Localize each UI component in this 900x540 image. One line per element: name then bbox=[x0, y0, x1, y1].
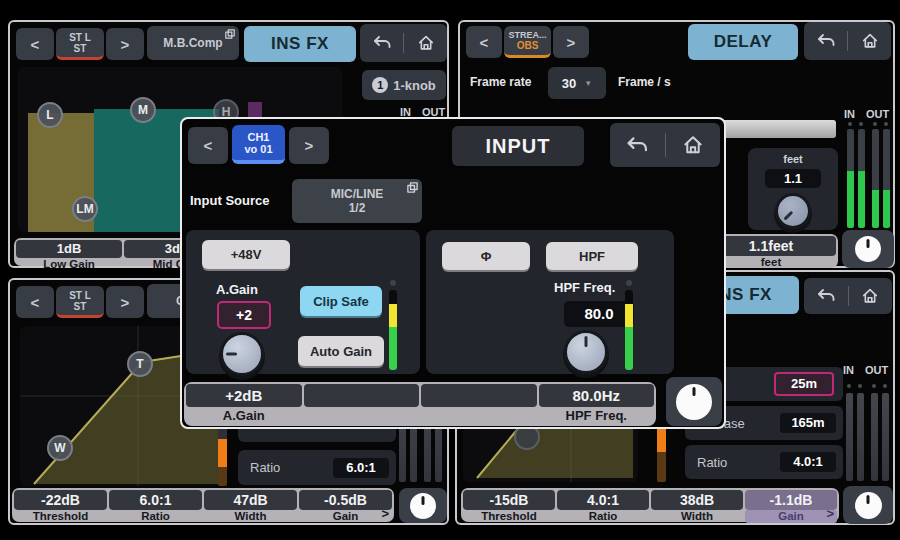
hpf-freq-knob[interactable] bbox=[564, 330, 608, 374]
param-row-ratio[interactable]: Ratio 4.0:1 bbox=[685, 445, 843, 479]
footer-label: Threshold bbox=[463, 510, 555, 523]
touch-knob-box[interactable] bbox=[666, 377, 722, 426]
channel-name-2: OBS bbox=[517, 40, 539, 51]
footer-cell-threshold[interactable]: -15dB Threshold bbox=[463, 490, 555, 520]
one-knob-badge: 1 bbox=[372, 77, 388, 93]
channel-name-2: ST bbox=[74, 301, 87, 312]
channel-name: ST L bbox=[69, 32, 91, 43]
row-value-selected: 25m bbox=[774, 372, 834, 396]
footer-cell-gain[interactable]: -0.5dB Gain > bbox=[299, 490, 392, 520]
undo-button[interactable] bbox=[610, 123, 665, 167]
in-meter bbox=[857, 393, 864, 481]
footer-value: 38dB bbox=[651, 490, 743, 510]
hpf-button[interactable]: HPF bbox=[546, 242, 638, 270]
channel-select-button[interactable]: ST L ST bbox=[56, 286, 104, 318]
one-knob-button[interactable]: 1 1-knob bbox=[362, 70, 446, 100]
page-title-delay: DELAY bbox=[688, 24, 798, 60]
prev-channel-button[interactable]: < bbox=[188, 127, 228, 164]
footer-cell-ratio[interactable]: 4.0:1 Ratio bbox=[557, 490, 649, 520]
width-handle[interactable]: W bbox=[47, 435, 73, 461]
phantom-48v-button[interactable]: +48V bbox=[202, 240, 290, 269]
home-icon bbox=[417, 34, 435, 52]
knob-icon bbox=[676, 384, 712, 420]
delay-knob[interactable] bbox=[775, 193, 811, 229]
input-dialog: < CH1 vo 01 > INPUT Input Source MIC/LIN… bbox=[180, 117, 726, 429]
undo-icon bbox=[816, 33, 836, 49]
param-value[interactable]: 1.1 bbox=[765, 169, 821, 188]
footer-label: Width bbox=[204, 510, 297, 523]
out-meter bbox=[871, 393, 878, 481]
footer-label: Ratio bbox=[557, 510, 649, 523]
undo-button[interactable] bbox=[804, 278, 848, 314]
footer-cell-lowgain[interactable]: 1dB Low Gain bbox=[16, 240, 122, 264]
footer-cell-again[interactable]: +2dB A.Gain bbox=[186, 384, 302, 424]
band-handle-low[interactable]: L bbox=[37, 102, 63, 128]
footer-cell-gain-selected[interactable]: -1.1dB Gain > bbox=[745, 490, 837, 520]
home-button[interactable] bbox=[849, 278, 893, 314]
home-icon bbox=[861, 287, 879, 305]
param-unit-label: feet bbox=[748, 153, 838, 165]
next-channel-button[interactable]: > bbox=[553, 26, 589, 58]
channel-select-button[interactable]: ST L ST bbox=[56, 28, 104, 60]
footer-cell-threshold[interactable]: -22dB Threshold bbox=[14, 490, 107, 520]
nav-group bbox=[804, 278, 892, 314]
again-value[interactable]: +2 bbox=[217, 301, 271, 329]
frame-rate-dropdown[interactable]: 30 ▼ bbox=[548, 67, 606, 99]
prev-channel-button[interactable]: < bbox=[466, 26, 502, 58]
band-handle-mid[interactable]: M bbox=[130, 97, 156, 123]
footer-label: Low Gain bbox=[16, 258, 122, 271]
next-channel-button[interactable]: > bbox=[106, 286, 144, 318]
io-label: IN OUT bbox=[844, 108, 889, 120]
nav-group bbox=[610, 123, 720, 167]
meter-dot bbox=[847, 384, 851, 388]
threshold-handle[interactable]: T bbox=[127, 351, 153, 377]
meter-dot bbox=[859, 122, 863, 126]
more-params-chevron[interactable]: > bbox=[826, 507, 834, 520]
more-params-chevron[interactable]: > bbox=[381, 507, 389, 520]
undo-button[interactable] bbox=[360, 24, 403, 62]
footer-cell-width[interactable]: 38dB Width bbox=[651, 490, 743, 520]
home-icon bbox=[861, 32, 879, 50]
touch-knob-box[interactable] bbox=[842, 230, 894, 268]
touch-knob-box[interactable] bbox=[399, 488, 447, 523]
param-footer: -15dB Threshold 4.0:1 Ratio 38dB Width -… bbox=[461, 488, 839, 522]
next-channel-button[interactable]: > bbox=[106, 28, 144, 60]
touch-knob-box[interactable] bbox=[843, 486, 893, 524]
meter-dot bbox=[390, 280, 396, 286]
clip-safe-button[interactable]: Clip Safe bbox=[300, 286, 382, 316]
knob-icon bbox=[855, 492, 882, 519]
nav-group bbox=[804, 22, 891, 60]
input-source-button[interactable]: MIC/LINE 1/2 bbox=[292, 179, 422, 223]
prev-channel-button[interactable]: < bbox=[16, 28, 54, 60]
auto-gain-button[interactable]: Auto Gain bbox=[298, 336, 384, 366]
home-button[interactable] bbox=[404, 24, 447, 62]
channel-select-button[interactable]: STREA... OBS bbox=[504, 26, 551, 58]
filter-section: Φ HPF HPF Freq. 80.0 bbox=[426, 230, 674, 374]
copy-icon bbox=[407, 182, 418, 193]
home-button[interactable] bbox=[666, 123, 721, 167]
hpf-freq-value[interactable]: 80.0 bbox=[564, 301, 634, 327]
again-label: A.Gain bbox=[216, 282, 258, 297]
band-handle-lowmid[interactable]: LM bbox=[72, 196, 98, 222]
footer-cell-2[interactable] bbox=[304, 384, 420, 424]
home-button[interactable] bbox=[848, 22, 891, 60]
phase-button[interactable]: Φ bbox=[442, 242, 530, 270]
footer-cell-width[interactable]: 47dB Width bbox=[204, 490, 297, 520]
prev-channel-button[interactable]: < bbox=[16, 286, 54, 318]
input-source-label: Input Source bbox=[190, 193, 269, 208]
out-meter bbox=[883, 129, 890, 228]
row-value: 4.0:1 bbox=[780, 452, 836, 472]
footer-cell-ratio[interactable]: 6.0:1 Ratio bbox=[109, 490, 202, 520]
footer-label: Threshold bbox=[14, 510, 107, 523]
meter-dot bbox=[848, 122, 852, 126]
footer-label: HPF Freq. bbox=[539, 407, 655, 424]
fx-preset-button[interactable]: M.B.Comp bbox=[147, 26, 239, 60]
next-channel-button[interactable]: > bbox=[289, 127, 329, 164]
meter-dot bbox=[873, 122, 877, 126]
undo-button[interactable] bbox=[804, 22, 847, 60]
channel-select-button[interactable]: CH1 vo 01 bbox=[232, 125, 285, 164]
footer-cell-3[interactable] bbox=[421, 384, 537, 424]
param-row-ratio[interactable]: Ratio 6.0:1 bbox=[238, 450, 396, 485]
again-knob[interactable] bbox=[220, 332, 264, 376]
footer-cell-hpf-freq[interactable]: 80.0Hz HPF Freq. bbox=[539, 384, 655, 424]
